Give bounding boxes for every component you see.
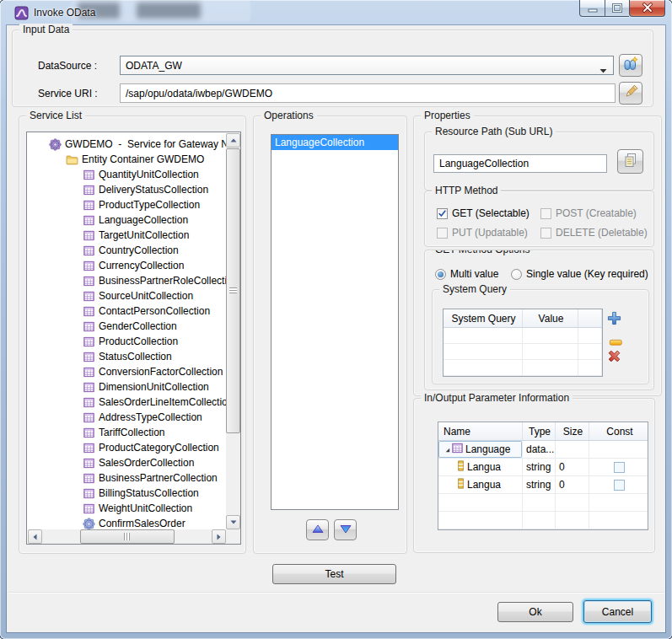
scroll-down-button[interactable] bbox=[226, 515, 240, 529]
table-cell[interactable] bbox=[578, 344, 602, 359]
tree-item[interactable]: DeliveryStatusCollection bbox=[28, 182, 226, 197]
const-checkbox[interactable] bbox=[614, 462, 625, 473]
table-row[interactable] bbox=[444, 360, 602, 376]
table-cell[interactable] bbox=[578, 328, 602, 343]
parameter-size-cell[interactable]: 0 bbox=[556, 459, 589, 475]
tree-vertical-scrollbar[interactable] bbox=[226, 133, 240, 529]
tree-horizontal-scrollbar[interactable] bbox=[28, 529, 226, 544]
tree-item[interactable]: SalesOrderLineItemCollection bbox=[28, 395, 226, 410]
column-header[interactable]: Size bbox=[556, 422, 589, 440]
parameter-size-cell[interactable]: 0 bbox=[556, 476, 589, 493]
tree-item[interactable]: ProductCollection bbox=[28, 334, 226, 349]
parameter-size-cell[interactable] bbox=[556, 494, 589, 511]
tree-item[interactable]: CountryCollection bbox=[28, 243, 226, 258]
parameter-table[interactable]: NameTypeSizeConstLanguagedata...Languast… bbox=[438, 422, 648, 530]
scroll-up-button[interactable] bbox=[226, 133, 240, 148]
minimize-button[interactable] bbox=[579, 0, 605, 17]
tree-item[interactable]: BillingStatusCollection bbox=[28, 486, 226, 501]
table-cell[interactable] bbox=[523, 344, 578, 359]
radio[interactable] bbox=[511, 269, 522, 280]
test-button[interactable]: Test bbox=[272, 564, 396, 584]
get-option-radio[interactable]: Single value (Key required) bbox=[511, 268, 648, 280]
column-header[interactable]: Name bbox=[438, 422, 523, 440]
tree-item[interactable]: ContactPersonCollection bbox=[28, 303, 226, 319]
delete-rows-button[interactable] bbox=[606, 350, 621, 365]
column-header[interactable] bbox=[578, 309, 602, 327]
edit-service-uri-button[interactable] bbox=[619, 82, 642, 105]
tree-item[interactable]: BusinessPartnerRoleCollection bbox=[28, 273, 226, 288]
ok-button[interactable]: Ok bbox=[497, 602, 573, 622]
scroll-thumb[interactable] bbox=[80, 529, 175, 544]
parameter-row[interactable]: Languastring0 bbox=[438, 459, 648, 476]
tree-item[interactable]: ProductTypeCollection bbox=[28, 197, 226, 212]
titlebar[interactable]: Invoke OData bbox=[0, 0, 672, 25]
http-method-option[interactable]: GET (Selectable) bbox=[437, 207, 530, 219]
tree-item[interactable]: Entity Container GWDEMO bbox=[28, 152, 226, 167]
scroll-left-button[interactable] bbox=[28, 529, 42, 544]
tree-item[interactable]: GenderCollection bbox=[28, 319, 226, 334]
parameter-type-cell[interactable]: string bbox=[523, 476, 556, 493]
column-header[interactable]: Type bbox=[523, 422, 556, 440]
table-row[interactable] bbox=[444, 328, 602, 344]
tree-item[interactable]: SourceUnitCollection bbox=[28, 288, 226, 303]
tree-item[interactable]: TargetUnitCollection bbox=[28, 228, 226, 243]
table-cell[interactable] bbox=[523, 328, 578, 343]
checkbox-checked[interactable] bbox=[437, 208, 448, 219]
table-row[interactable] bbox=[444, 344, 602, 360]
column-header[interactable]: Value bbox=[523, 309, 578, 327]
parameter-size-cell[interactable] bbox=[556, 512, 589, 529]
move-up-button[interactable] bbox=[306, 519, 329, 540]
datasource-combobox[interactable]: ODATA_GW bbox=[120, 56, 614, 75]
tree-item[interactable]: GWDEMO - Service for Gateway NW bbox=[28, 137, 226, 152]
add-row-button[interactable] bbox=[606, 312, 621, 327]
const-checkbox[interactable] bbox=[614, 480, 625, 491]
parameter-type-cell[interactable]: data... bbox=[523, 441, 556, 458]
table-cell[interactable] bbox=[523, 360, 578, 375]
system-query-table[interactable]: System QueryValue bbox=[443, 309, 603, 377]
copy-resource-path-button[interactable] bbox=[617, 149, 643, 174]
tree-item[interactable]: WeightUnitCollection bbox=[28, 501, 226, 516]
tree-item[interactable]: LanguageCollection bbox=[28, 212, 226, 228]
parameter-type-cell[interactable] bbox=[523, 494, 556, 511]
tree-item[interactable]: DimensionUnitCollection bbox=[28, 379, 226, 395]
tree-item[interactable]: StatusCollection bbox=[28, 349, 226, 364]
tree-item[interactable]: CurrencyCollection bbox=[28, 258, 226, 273]
maximize-button[interactable] bbox=[605, 0, 629, 17]
table-cell[interactable] bbox=[444, 328, 523, 343]
parameter-row[interactable] bbox=[438, 494, 648, 512]
parameter-name-cell[interactable] bbox=[438, 494, 523, 511]
parameter-name-cell[interactable] bbox=[438, 512, 523, 529]
resource-path-field[interactable]: LanguageCollection bbox=[433, 154, 607, 173]
tree-item[interactable]: BusinessPartnerCollection bbox=[28, 470, 226, 486]
parameter-const-cell[interactable] bbox=[589, 494, 648, 511]
move-down-button[interactable] bbox=[334, 519, 357, 540]
tree-item[interactable]: SalesOrderCollection bbox=[28, 455, 226, 470]
operation-item[interactable]: LanguageCollection bbox=[271, 135, 398, 150]
tree-item[interactable]: ConfirmSalesOrder bbox=[28, 516, 226, 529]
scroll-right-button[interactable] bbox=[212, 529, 226, 544]
parameter-const-cell[interactable] bbox=[589, 476, 648, 493]
parameter-name-cell[interactable]: Langua bbox=[438, 476, 523, 493]
expand-arrow-icon[interactable] bbox=[442, 446, 452, 454]
parameter-name-cell[interactable]: Langua bbox=[438, 459, 523, 475]
get-option-radio[interactable]: Multi value bbox=[435, 268, 498, 280]
parameter-row[interactable] bbox=[438, 512, 648, 529]
table-cell[interactable] bbox=[444, 360, 523, 375]
close-button[interactable] bbox=[629, 0, 665, 17]
scroll-thumb[interactable] bbox=[226, 148, 240, 433]
parameter-type-cell[interactable] bbox=[523, 512, 556, 529]
parameter-const-cell[interactable] bbox=[589, 459, 648, 475]
tree-item[interactable]: QuantityUnitCollection bbox=[28, 167, 226, 182]
parameter-size-cell[interactable] bbox=[556, 441, 589, 458]
tree-item[interactable]: ProductCategoryCollection bbox=[28, 440, 226, 455]
radio-selected[interactable] bbox=[435, 269, 446, 280]
tree-item[interactable]: ConversionFactorCollection bbox=[28, 364, 226, 379]
parameter-row[interactable]: Languastring0 bbox=[438, 476, 648, 494]
tree-item[interactable]: TariffCollection bbox=[28, 425, 226, 440]
parameter-row[interactable]: Languagedata... bbox=[438, 441, 648, 459]
service-uri-field[interactable]: /sap/opu/odata/iwbep/GWDEMO bbox=[120, 83, 616, 103]
parameter-const-cell[interactable] bbox=[589, 512, 648, 529]
table-cell[interactable] bbox=[444, 344, 523, 359]
cancel-button[interactable]: Cancel bbox=[583, 600, 652, 623]
new-datasource-button[interactable] bbox=[619, 54, 642, 77]
